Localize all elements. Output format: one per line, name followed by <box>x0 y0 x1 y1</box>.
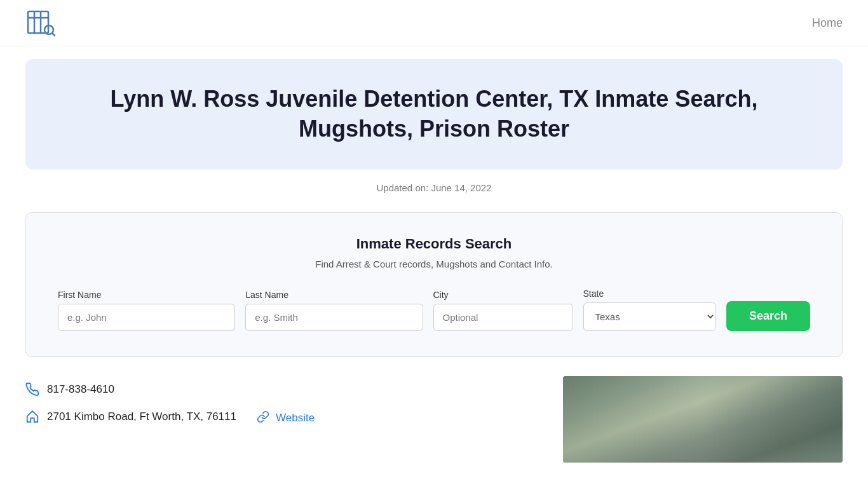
search-card-title: Inmate Records Search <box>58 236 810 252</box>
last-name-input[interactable] <box>245 304 423 331</box>
first-name-input[interactable] <box>58 304 235 331</box>
search-button[interactable]: Search <box>726 301 810 331</box>
svg-line-5 <box>52 33 55 36</box>
hero-title: Lynn W. Ross Juvenile Detention Center, … <box>64 85 804 144</box>
city-field-group: City <box>433 290 573 331</box>
address-row: 2701 Kimbo Road, Ft Worth, TX, 76111 Web… <box>25 408 538 426</box>
facility-aerial-photo <box>563 376 843 463</box>
home-link[interactable]: Home <box>812 17 843 30</box>
website-link[interactable]: Website <box>257 410 315 426</box>
search-card: Inmate Records Search Find Arrest & Cour… <box>25 212 843 357</box>
search-fields: First Name Last Name City State AlabamaA… <box>58 288 810 331</box>
info-section: 817-838-4610 2701 Kimbo Road, Ft Worth, … <box>25 376 843 463</box>
state-select[interactable]: AlabamaAlaskaArizonaArkansasCaliforniaCo… <box>583 302 716 331</box>
address-text: 2701 Kimbo Road, Ft Worth, TX, 76111 <box>47 410 236 423</box>
navbar: Home <box>0 0 868 46</box>
info-left: 817-838-4610 2701 Kimbo Road, Ft Worth, … <box>25 376 538 463</box>
link-icon <box>257 410 269 426</box>
website-label: Website <box>276 412 315 424</box>
state-field-group: State AlabamaAlaskaArizonaArkansasCalifo… <box>583 288 716 331</box>
phone-icon <box>25 383 39 396</box>
last-name-field-group: Last Name <box>245 290 423 331</box>
first-name-field-group: First Name <box>58 290 235 331</box>
location-icon <box>25 410 39 424</box>
last-name-label: Last Name <box>245 290 423 300</box>
phone-row: 817-838-4610 <box>25 383 538 396</box>
facility-image <box>563 376 843 463</box>
phone-number: 817-838-4610 <box>47 383 114 396</box>
hero-banner: Lynn W. Ross Juvenile Detention Center, … <box>25 59 843 170</box>
city-label: City <box>433 290 573 300</box>
first-name-label: First Name <box>58 290 235 300</box>
city-input[interactable] <box>433 304 573 331</box>
logo[interactable] <box>25 9 56 37</box>
svg-marker-6 <box>27 411 38 422</box>
search-card-subtitle: Find Arrest & Court records, Mugshots an… <box>58 259 810 269</box>
updated-text: Updated on: June 14, 2022 <box>0 182 868 193</box>
state-label: State <box>583 288 716 299</box>
